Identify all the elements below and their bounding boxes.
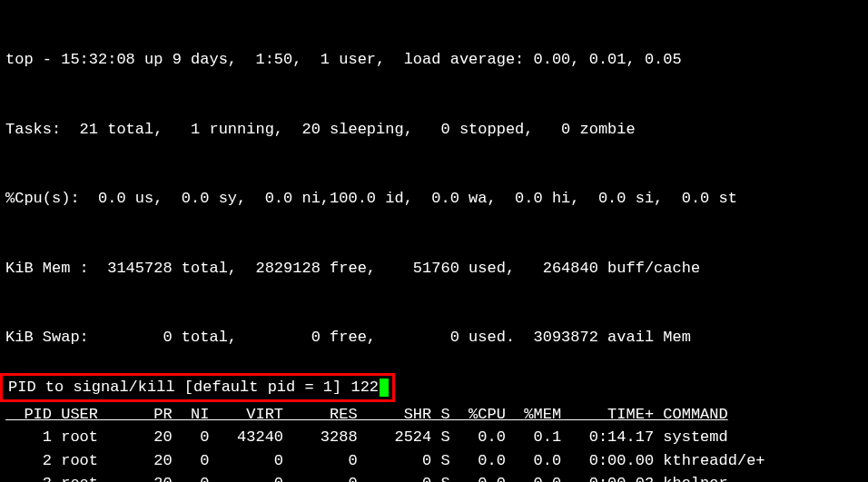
prompt-input-value[interactable]: 122 <box>350 379 379 396</box>
cpu-line: %Cpu(s): 0.0 us, 0.0 sy, 0.0 ni,100.0 id… <box>5 187 863 211</box>
kill-prompt[interactable]: PID to signal/kill [default pid = 1] 122 <box>0 372 868 403</box>
process-table[interactable]: 1 root 20 0 43240 3288 2524 S 0.0 0.1 0:… <box>0 426 868 482</box>
prompt-highlight-box: PID to signal/kill [default pid = 1] 122 <box>0 373 395 402</box>
process-row[interactable]: 1 root 20 0 43240 3288 2524 S 0.0 0.1 0:… <box>5 426 863 449</box>
uptime-line: top - 15:32:08 up 9 days, 1:50, 1 user, … <box>5 48 863 72</box>
summary-block: top - 15:32:08 up 9 days, 1:50, 1 user, … <box>0 0 868 372</box>
tasks-line: Tasks: 21 total, 1 running, 20 sleeping,… <box>5 118 863 142</box>
mem-line: KiB Mem : 3145728 total, 2829128 free, 5… <box>5 257 863 280</box>
cursor <box>380 379 389 397</box>
process-row[interactable]: 2 root 20 0 0 0 0 S 0.0 0.0 0:00.00 kthr… <box>5 449 863 473</box>
prompt-label: PID to signal/kill [default pid = 1] <box>3 379 350 396</box>
column-header-row: PID USER PR NI VIRT RES SHR S %CPU %MEM … <box>0 403 868 427</box>
swap-line: KiB Swap: 0 total, 0 free, 0 used. 30938… <box>5 326 863 349</box>
process-row[interactable]: 3 root 20 0 0 0 0 S 0.0 0.0 0:00.03 khel… <box>5 472 863 482</box>
